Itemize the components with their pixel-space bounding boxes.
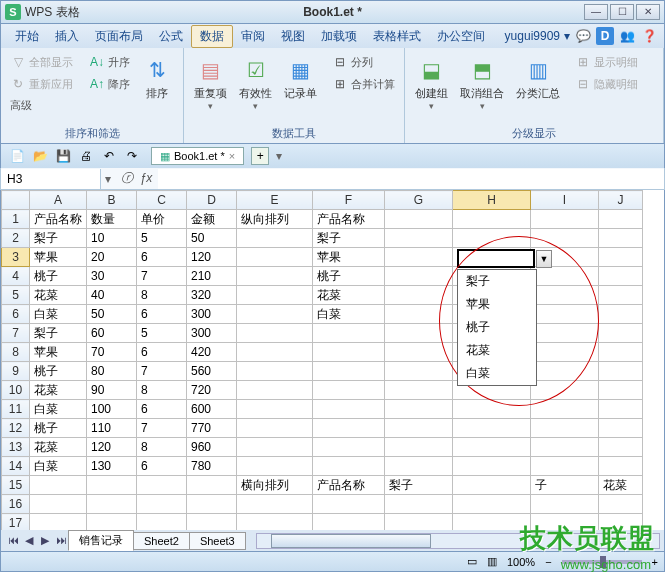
- cell[interactable]: [313, 324, 385, 343]
- cell[interactable]: 110: [87, 419, 137, 438]
- row-header[interactable]: 2: [2, 229, 30, 248]
- menu-formula[interactable]: 公式: [151, 26, 191, 47]
- advanced-button[interactable]: 高级: [7, 96, 76, 115]
- cell[interactable]: [237, 362, 313, 381]
- menu-review[interactable]: 审阅: [233, 26, 273, 47]
- cell[interactable]: 770: [187, 419, 237, 438]
- cell[interactable]: [453, 210, 531, 229]
- row-header[interactable]: 9: [2, 362, 30, 381]
- cell[interactable]: [313, 400, 385, 419]
- cell[interactable]: [237, 286, 313, 305]
- col-header-E[interactable]: E: [237, 191, 313, 210]
- cell[interactable]: 300: [187, 305, 237, 324]
- select-all-corner[interactable]: [2, 191, 30, 210]
- cell[interactable]: [599, 400, 643, 419]
- cell[interactable]: [237, 324, 313, 343]
- cell[interactable]: [385, 305, 453, 324]
- cell[interactable]: 780: [187, 457, 237, 476]
- cell[interactable]: [385, 324, 453, 343]
- cell[interactable]: 20: [87, 248, 137, 267]
- cell[interactable]: 7: [137, 362, 187, 381]
- cell[interactable]: 苹果: [30, 248, 87, 267]
- row-header[interactable]: 11: [2, 400, 30, 419]
- cell[interactable]: 90: [87, 381, 137, 400]
- cell[interactable]: [531, 267, 599, 286]
- cell[interactable]: [313, 362, 385, 381]
- cell[interactable]: [137, 495, 187, 514]
- cell[interactable]: 6: [137, 400, 187, 419]
- cell[interactable]: 120: [87, 438, 137, 457]
- cell[interactable]: [30, 476, 87, 495]
- cell[interactable]: [531, 343, 599, 362]
- cell[interactable]: [87, 495, 137, 514]
- cell[interactable]: [237, 495, 313, 514]
- menu-tablestyle[interactable]: 表格样式: [365, 26, 429, 47]
- split-button[interactable]: ⊟分列: [329, 52, 398, 72]
- cell[interactable]: [237, 305, 313, 324]
- cell[interactable]: [313, 495, 385, 514]
- cell[interactable]: 花菜: [313, 286, 385, 305]
- col-header-G[interactable]: G: [385, 191, 453, 210]
- cell[interactable]: [453, 400, 531, 419]
- col-header-D[interactable]: D: [187, 191, 237, 210]
- maximize-button[interactable]: ☐: [610, 4, 634, 20]
- sort-button[interactable]: ⇅排序: [137, 52, 177, 103]
- cell[interactable]: 300: [187, 324, 237, 343]
- row-header[interactable]: 5: [2, 286, 30, 305]
- feedback-icon[interactable]: 💬: [574, 27, 592, 45]
- cell[interactable]: [599, 495, 643, 514]
- cell[interactable]: [187, 476, 237, 495]
- cell[interactable]: 横向排列: [237, 476, 313, 495]
- validation-dropdown-list[interactable]: 梨子 苹果 桃子 花菜 白菜: [457, 269, 537, 386]
- dropdown-item[interactable]: 白菜: [458, 362, 536, 385]
- menu-addins[interactable]: 加载项: [313, 26, 365, 47]
- formula-input[interactable]: [158, 169, 664, 189]
- zoom-slider[interactable]: [562, 560, 642, 564]
- cell[interactable]: 数量: [87, 210, 137, 229]
- close-button[interactable]: ✕: [636, 4, 660, 20]
- cell[interactable]: [385, 286, 453, 305]
- cell[interactable]: 130: [87, 457, 137, 476]
- cell[interactable]: [453, 229, 531, 248]
- cell[interactable]: [385, 210, 453, 229]
- cell[interactable]: 5: [137, 229, 187, 248]
- col-header-A[interactable]: A: [30, 191, 87, 210]
- cell[interactable]: 80: [87, 362, 137, 381]
- cell[interactable]: 花菜: [30, 438, 87, 457]
- reapply-button[interactable]: ↻重新应用: [7, 74, 76, 94]
- dropdown-item[interactable]: 苹果: [458, 293, 536, 316]
- col-header-B[interactable]: B: [87, 191, 137, 210]
- cell[interactable]: 苹果: [30, 343, 87, 362]
- cell[interactable]: [599, 286, 643, 305]
- duplicates-button[interactable]: ▤重复项▾: [190, 52, 231, 113]
- cell[interactable]: 8: [137, 438, 187, 457]
- cell[interactable]: 花菜: [30, 381, 87, 400]
- cell[interactable]: 960: [187, 438, 237, 457]
- cell[interactable]: [453, 457, 531, 476]
- cell[interactable]: [599, 514, 643, 531]
- row-header[interactable]: 17: [2, 514, 30, 531]
- user-name[interactable]: yugui9909: [505, 29, 560, 43]
- cell[interactable]: [385, 362, 453, 381]
- zoom-out-button[interactable]: −: [545, 556, 551, 568]
- row-header[interactable]: 12: [2, 419, 30, 438]
- sheet-tab[interactable]: Sheet3: [189, 532, 246, 550]
- cell[interactable]: 产品名称: [313, 476, 385, 495]
- view-normal-icon[interactable]: ▭: [467, 555, 477, 568]
- cell[interactable]: [237, 381, 313, 400]
- cell[interactable]: 产品名称: [30, 210, 87, 229]
- cell[interactable]: 梨子: [30, 324, 87, 343]
- cell[interactable]: [599, 305, 643, 324]
- sort-asc-button[interactable]: A↓升序: [86, 52, 133, 72]
- cell[interactable]: 苹果: [313, 248, 385, 267]
- cell[interactable]: [385, 400, 453, 419]
- cell[interactable]: 子: [531, 476, 599, 495]
- cell[interactable]: 10: [87, 229, 137, 248]
- redo-button[interactable]: ↷: [122, 146, 142, 166]
- sheet-tab[interactable]: 销售记录: [68, 530, 134, 551]
- show-all-button[interactable]: ▽全部显示: [7, 52, 76, 72]
- menu-view[interactable]: 视图: [273, 26, 313, 47]
- cell[interactable]: [313, 419, 385, 438]
- cell[interactable]: [137, 514, 187, 531]
- cell[interactable]: [531, 438, 599, 457]
